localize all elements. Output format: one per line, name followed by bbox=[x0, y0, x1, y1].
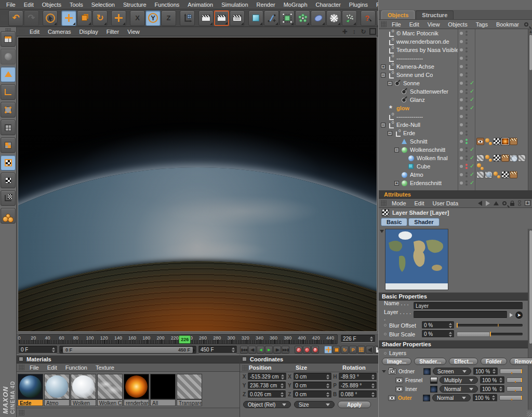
polygons-mode-button[interactable] bbox=[1, 137, 16, 153]
timeline-playhead[interactable]: 226 bbox=[179, 335, 191, 344]
rotation-field[interactable]: -89.93 ° bbox=[339, 373, 377, 381]
material-erde[interactable]: Erde bbox=[18, 374, 43, 406]
blend-mode-dropdown[interactable]: Normal bbox=[440, 385, 478, 393]
render-tag[interactable] bbox=[501, 154, 509, 162]
tab-objects[interactable]: Objects bbox=[381, 10, 415, 19]
blur-scale-stepper[interactable] bbox=[447, 332, 452, 337]
tree-expander-icon[interactable]: − bbox=[394, 148, 399, 152]
edges-mode-button[interactable] bbox=[1, 120, 16, 135]
menu-edit[interactable]: Edit bbox=[20, 2, 38, 8]
layer-color-dot[interactable] bbox=[460, 98, 463, 101]
layer-opacity-field[interactable]: 100 % bbox=[480, 385, 504, 393]
maximize-icon[interactable] bbox=[369, 28, 376, 35]
tree-row--[interactable]: −-------------- bbox=[379, 54, 532, 62]
visibility-eye-icon[interactable] bbox=[390, 369, 395, 373]
render-view-button[interactable] bbox=[198, 10, 214, 26]
tree-row--marc-potocnik[interactable]: −© Marc Potocnik bbox=[379, 29, 532, 37]
menu-objects[interactable]: Objects bbox=[38, 2, 65, 8]
layer-link-input[interactable] bbox=[414, 311, 507, 319]
visibility-dots[interactable] bbox=[466, 122, 468, 127]
layer-color-dot[interactable] bbox=[460, 65, 463, 68]
objects-menu-bookmar[interactable]: Bookmar bbox=[492, 21, 523, 28]
name-input[interactable]: Layer bbox=[414, 302, 523, 310]
position-field[interactable]: -515.329 cm bbox=[248, 373, 286, 381]
tree-row-sonne-und-co[interactable]: −Sonne und Co bbox=[379, 71, 532, 79]
layer-thumbnail[interactable] bbox=[423, 368, 431, 375]
opacity-stepper[interactable] bbox=[497, 377, 502, 383]
range-end-stepper[interactable] bbox=[230, 347, 235, 353]
materials-menu-texture[interactable]: Texture bbox=[91, 364, 118, 371]
phong-tag[interactable] bbox=[476, 163, 484, 170]
snap-mode-button[interactable] bbox=[1, 208, 16, 224]
frame-stepper[interactable] bbox=[368, 336, 373, 342]
texture-axis-mode-button[interactable] bbox=[1, 173, 16, 188]
position-field[interactable]: 0.026 cm bbox=[248, 390, 286, 398]
visibility-dots[interactable] bbox=[466, 89, 468, 94]
expression-target-tag[interactable] bbox=[476, 80, 484, 87]
tree-row-glow[interactable]: −*glow✓ bbox=[379, 104, 532, 112]
enabled-check-icon[interactable]: ✓ bbox=[470, 105, 474, 111]
render-tag[interactable] bbox=[510, 171, 517, 178]
material-all[interactable]: All bbox=[150, 374, 176, 406]
move-button[interactable] bbox=[61, 10, 76, 26]
range-start-field[interactable]: 0 F bbox=[19, 346, 57, 354]
enabled-check-icon[interactable]: ✓ bbox=[470, 179, 474, 186]
visibility-dots[interactable] bbox=[466, 47, 468, 53]
key-dot-icon[interactable] bbox=[384, 333, 387, 335]
sphere-tag[interactable] bbox=[485, 171, 493, 178]
tree-row-textures-by-nasa-visible-eart[interactable]: −Textures by Nasa Visible Eart bbox=[379, 46, 532, 54]
display-tag[interactable] bbox=[476, 138, 484, 145]
menu-character[interactable]: Character bbox=[312, 2, 345, 8]
pan-icon[interactable]: ✚ bbox=[341, 28, 348, 35]
preview-collapse-icon[interactable] bbox=[380, 230, 384, 233]
add-array-button[interactable] bbox=[295, 10, 310, 26]
layer-color-dot[interactable] bbox=[460, 165, 463, 168]
layer-remove-button[interactable]: Remove bbox=[510, 358, 532, 365]
key-dot-icon[interactable] bbox=[384, 352, 387, 355]
layer-effect-button[interactable]: Effect... bbox=[449, 358, 478, 365]
tree-row-glanz[interactable]: −Glanz✓ bbox=[379, 96, 532, 104]
material-atmo[interactable]: Atmo bbox=[44, 374, 70, 406]
coordinates-titlebar[interactable]: Coordinates bbox=[240, 355, 378, 363]
layer-color-dot[interactable] bbox=[460, 40, 463, 43]
history-back-icon[interactable] bbox=[478, 201, 482, 206]
tree-expander-icon[interactable]: − bbox=[381, 123, 385, 127]
visibility-eye-icon[interactable] bbox=[395, 386, 403, 392]
rotate-icon[interactable]: ↻ bbox=[360, 28, 367, 35]
material-wolken[interactable]: Wolken bbox=[71, 374, 96, 406]
viewport-menu-cameras[interactable]: Cameras bbox=[44, 29, 75, 35]
go-to-end-button[interactable]: ▶▶▮ bbox=[282, 346, 289, 354]
tree-row-www-renderbaron-de[interactable]: −www.renderbaron.de bbox=[379, 37, 532, 46]
visibility-dots[interactable] bbox=[466, 39, 468, 44]
tree-row-sonne[interactable]: −Sonne✓ bbox=[379, 79, 532, 87]
coordinates-grip[interactable] bbox=[242, 365, 248, 371]
materials-menu-file[interactable]: File bbox=[25, 364, 43, 371]
tree-expander-icon[interactable]: − bbox=[388, 131, 392, 136]
layer-color-dot[interactable] bbox=[460, 32, 463, 35]
tab-structure[interactable]: Structure bbox=[416, 10, 454, 19]
add-panel-icon[interactable]: + bbox=[525, 200, 530, 206]
undo-button[interactable]: ↶ bbox=[8, 10, 23, 26]
folder-collapse-icon[interactable] bbox=[382, 370, 386, 373]
layer-color-dot[interactable] bbox=[460, 48, 463, 51]
attributes-menu-grip[interactable] bbox=[381, 200, 387, 206]
render-tag[interactable] bbox=[510, 138, 517, 145]
menu-selection[interactable]: Selection bbox=[87, 2, 119, 8]
blend-mode-dropdown[interactable]: Multiply bbox=[440, 376, 478, 384]
layer-color-dot[interactable] bbox=[460, 148, 463, 151]
blur-scale-slider[interactable] bbox=[457, 333, 523, 335]
y-axis-lock-button[interactable]: Y bbox=[145, 10, 161, 26]
key-scale-button[interactable] bbox=[332, 346, 340, 354]
layer-image-button[interactable]: Image... bbox=[382, 358, 411, 365]
scale-button[interactable] bbox=[77, 10, 92, 26]
zoom-icon[interactable]: ↕ bbox=[351, 28, 357, 35]
menu-simulation[interactable]: Simulation bbox=[217, 2, 252, 8]
compositing-tag[interactable] bbox=[493, 154, 501, 162]
layer-color-dot[interactable] bbox=[460, 90, 463, 93]
timeline-range-slider[interactable]: 0 F 450 F bbox=[59, 346, 196, 354]
add-environment-button[interactable] bbox=[326, 10, 341, 26]
visibility-dots[interactable] bbox=[466, 106, 468, 111]
make-editable-button[interactable] bbox=[1, 31, 16, 47]
layer-color-dot[interactable] bbox=[460, 107, 463, 110]
blur-offset-stepper[interactable] bbox=[447, 323, 452, 328]
